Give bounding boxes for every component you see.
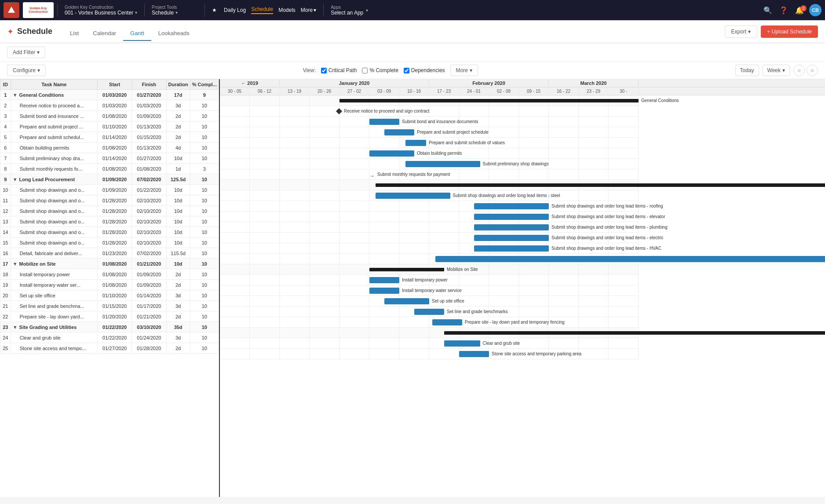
add-filter-button[interactable]: Add Filter ▾ (7, 47, 45, 58)
task-start-cell: 01/23/2020 (98, 248, 132, 259)
gantt-grid-cell (369, 307, 399, 317)
tab-gantt[interactable]: Gantt (123, 26, 151, 41)
task-duration-cell: 4d (166, 142, 190, 153)
task-bar[interactable] (459, 351, 489, 357)
search-icon[interactable]: 🔍 (762, 4, 774, 16)
nav-models[interactable]: Models (278, 7, 296, 13)
next-arrow[interactable]: ○ (807, 65, 818, 76)
task-name-cell: Submit shop drawings and o... (11, 185, 97, 195)
task-bar[interactable] (474, 245, 549, 252)
table-row[interactable]: 9 ▼Long Lead Procurement 01/09/2020 07/0… (0, 174, 219, 185)
task-bar[interactable] (474, 203, 549, 209)
app-dropdown[interactable]: Project Tools Schedule ▾ (148, 3, 201, 18)
nav-daily-log[interactable]: Daily Log (224, 7, 246, 13)
company-dropdown[interactable]: Golden Key Construction 001 - Vortex Bus… (61, 3, 141, 18)
table-row[interactable]: 16 Detail, fabricate and deliver... 01/2… (0, 248, 219, 259)
task-bar[interactable] (474, 235, 549, 241)
critical-path-option[interactable]: Critical Path (321, 67, 357, 73)
dependencies-checkbox[interactable] (404, 68, 409, 73)
gantt-grid-cell (609, 127, 639, 138)
gantt-grid-cell (369, 222, 399, 233)
notifications[interactable]: 🔔 2 (793, 6, 806, 15)
task-bar[interactable] (444, 340, 480, 347)
today-button[interactable]: Today (735, 65, 759, 76)
task-pct-cell: 10 (190, 100, 219, 111)
table-row[interactable]: 10 Submit shop drawings and o... 01/09/2… (0, 185, 219, 195)
task-bar[interactable] (369, 119, 399, 125)
user-avatar[interactable]: CB (809, 4, 821, 16)
task-bar[interactable] (405, 140, 427, 146)
prev-arrow[interactable]: ○ (793, 65, 805, 76)
table-row[interactable]: 17 ▼Mobilize on Site 01/08/2020 01/21/20… (0, 259, 219, 269)
task-duration-cell: 17d (166, 90, 190, 100)
tab-lookaheads[interactable]: Lookaheads (151, 26, 197, 41)
task-bar[interactable] (405, 161, 480, 167)
table-row[interactable]: 12 Submit shop drawings and o... 01/28/2… (0, 206, 219, 216)
task-pct-cell: 10 (190, 195, 219, 206)
timeline-week-label: 17 - 23 (429, 88, 459, 95)
pct-complete-option[interactable]: % Complete (362, 67, 398, 73)
gantt-grid-cell (459, 285, 489, 296)
table-row[interactable]: 15 Submit shop drawings and o... 01/28/2… (0, 237, 219, 248)
table-row[interactable]: 23 ▼Site Grading and Utilities 01/22/202… (0, 322, 219, 332)
task-finish-cell: 01/13/2020 (132, 121, 166, 132)
table-row[interactable]: 22 Prepare site - lay down yard... 01/20… (0, 311, 219, 322)
task-name-cell: Set up site office (11, 290, 97, 301)
task-pct-cell: 10 (190, 206, 219, 216)
tab-calendar[interactable]: Calendar (86, 26, 123, 41)
task-bar[interactable] (369, 150, 414, 157)
nav-schedule[interactable]: Schedule (251, 6, 273, 14)
table-row[interactable]: 18 Install temporary power 01/08/2020 01… (0, 269, 219, 280)
gantt-grid-cell (250, 243, 280, 254)
gantt-grid-cell (220, 106, 250, 117)
table-row[interactable]: 2 Receive notice to proceed a... 01/03/2… (0, 100, 219, 111)
task-bar[interactable] (414, 309, 444, 315)
apps-dropdown[interactable]: Apps Select an App ▾ (327, 3, 380, 18)
table-row[interactable]: 1 ▼General Conditions 01/03/2020 01/27/2… (0, 90, 219, 100)
task-start-cell: 01/08/2020 (98, 280, 132, 290)
task-bar[interactable] (384, 298, 429, 304)
gantt-grid-cell (369, 159, 399, 169)
dependencies-option[interactable]: Dependencies (404, 67, 445, 73)
table-row[interactable]: 21 Set line and grade benchma... 01/15/2… (0, 301, 219, 311)
critical-path-checkbox[interactable] (321, 68, 327, 73)
gantt-grid-cell (280, 138, 310, 148)
table-row[interactable]: 25 Stone site access and tempo... 01/27/… (0, 343, 219, 354)
table-row[interactable]: 4 Prepare and submit project ... 01/10/2… (0, 121, 219, 132)
table-row[interactable]: 11 Submit shop drawings and o... 01/28/2… (0, 195, 219, 206)
export-button[interactable]: Export ▾ (725, 26, 758, 38)
task-bar[interactable] (432, 319, 462, 325)
nav-more[interactable]: More▾ (301, 7, 316, 13)
app-dropdown-label: Project Tools (152, 5, 197, 10)
task-bar[interactable] (435, 256, 825, 262)
more-button[interactable]: More ▾ (450, 65, 478, 76)
task-bar[interactable] (369, 288, 399, 294)
gantt-grid-cell (310, 95, 339, 106)
table-row[interactable]: 13 Submit shop drawings and o... 01/28/2… (0, 216, 219, 227)
help-icon[interactable]: ❓ (778, 4, 790, 16)
gantt-grid-cell (280, 169, 310, 180)
table-row[interactable]: 19 Install temporary water ser... 01/08/… (0, 280, 219, 290)
table-row[interactable]: 7 Submit preliminary shop dra... 01/14/2… (0, 153, 219, 164)
gantt-grid-cell (280, 190, 310, 201)
table-row[interactable]: 8 Submit monthly requests fo... 01/08/20… (0, 164, 219, 174)
table-row[interactable]: 24 Clear and grub site 01/22/2020 01/24/… (0, 332, 219, 343)
timeline-month-label: January 2020 (280, 79, 429, 87)
task-start-cell: 01/27/2020 (98, 343, 132, 354)
table-row[interactable]: 14 Submit shop drawings and o... 01/28/2… (0, 227, 219, 237)
tab-list[interactable]: List (63, 26, 86, 41)
task-bar[interactable] (474, 224, 549, 230)
table-row[interactable]: 5 Prepare and submit schedul... 01/14/20… (0, 132, 219, 142)
table-row[interactable]: 6 Obtain building permits 01/08/2020 01/… (0, 142, 219, 153)
task-bar[interactable] (474, 214, 549, 220)
week-button[interactable]: Week ▾ (763, 65, 790, 76)
table-row[interactable]: 20 Set up site office 01/10/2020 01/14/2… (0, 290, 219, 301)
task-bar[interactable] (369, 277, 399, 283)
upload-schedule-button[interactable]: + Upload Schedule (761, 26, 818, 38)
gantt-grid-cell (250, 95, 280, 106)
task-bar[interactable] (384, 129, 414, 135)
pct-complete-checkbox[interactable] (362, 68, 368, 73)
task-bar[interactable] (376, 193, 450, 199)
table-row[interactable]: 3 Submit bond and insurance ... 01/08/20… (0, 111, 219, 121)
configure-button[interactable]: Configure ▾ (7, 65, 46, 76)
